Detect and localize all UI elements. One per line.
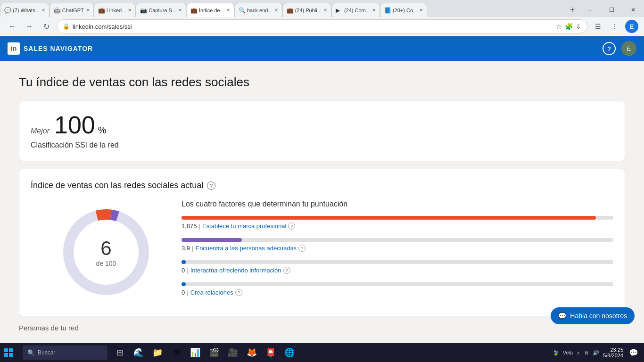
extension-icon[interactable]: 🧩 bbox=[565, 23, 573, 30]
factor-help-icon[interactable]: ? bbox=[235, 289, 242, 296]
tab-linkedin1[interactable]: 💼 Linked... ✕ bbox=[94, 3, 136, 17]
tab-label: Linked... bbox=[107, 8, 126, 13]
tab-backend[interactable]: 🔍 back end... ✕ bbox=[234, 3, 282, 17]
chat-btn-label: Habla con nosotros bbox=[570, 312, 627, 320]
main-content: Tu índice de ventas con las redes social… bbox=[0, 61, 644, 344]
factors-list: 1,875 | Establece tu marca profesional ?… bbox=[182, 216, 613, 296]
factor-score: 3,9 bbox=[182, 245, 190, 252]
svg-rect-5 bbox=[4, 353, 8, 357]
download-icon[interactable]: ⇓ bbox=[576, 23, 581, 30]
extensions-button[interactable]: ☰ bbox=[591, 20, 604, 33]
app5-icon[interactable]: 🎬 bbox=[206, 344, 223, 361]
tab-close-button[interactable]: ✕ bbox=[323, 8, 327, 13]
factor-bar-bg bbox=[182, 216, 613, 220]
tab-close-button[interactable]: ✕ bbox=[178, 8, 182, 13]
factor-info: 0 | Interactúa ofreciendo información ? bbox=[182, 267, 613, 274]
index-card: Índice de ventas con las redes sociales … bbox=[19, 169, 625, 316]
tray-arrow[interactable]: ∧ bbox=[577, 350, 580, 355]
app6-icon[interactable]: 🎥 bbox=[224, 344, 241, 361]
index-card-title: Índice de ventas con las redes sociales … bbox=[31, 181, 203, 190]
monitor-icon[interactable]: 🖥 bbox=[584, 350, 589, 355]
taskbar: 🔍 Buscar ⊞ 🌊 📁 ✉ 📊 🎬 🎥 🦊 📮 🌐 🍃 Vela ∧ 🖥 … bbox=[0, 343, 644, 362]
tab-close-button[interactable]: ✕ bbox=[274, 8, 278, 13]
factor-bar-bg bbox=[182, 282, 613, 286]
taskbar-search-text: Buscar bbox=[38, 349, 55, 356]
tab-close-button[interactable]: ✕ bbox=[372, 8, 376, 13]
mail-icon[interactable]: ✉ bbox=[168, 344, 185, 361]
linkedin-logo-icon: in bbox=[8, 42, 20, 55]
new-tab-button[interactable]: + bbox=[566, 3, 579, 17]
task-view-button[interactable]: ⊞ bbox=[111, 344, 128, 361]
window-controls: – ☐ ✕ bbox=[579, 3, 644, 17]
page-title: Tu índice de ventas con las redes social… bbox=[19, 75, 625, 90]
notification-button[interactable]: 💬 bbox=[627, 346, 640, 359]
tab-youtube[interactable]: ▶ (24) Com... ✕ bbox=[331, 3, 380, 17]
browser-user-avatar[interactable]: E bbox=[625, 20, 638, 33]
donut-section: 6 de 100 bbox=[31, 200, 182, 304]
tab-indice[interactable]: 💼 Índice de... ✕ bbox=[186, 3, 234, 17]
index-card-body: 6 de 100 Los cuatro factores que determi… bbox=[31, 200, 613, 304]
url-bar[interactable]: 🔒 linkedin.com/sales/ssi ☆ 🧩 ⇓ bbox=[57, 19, 587, 33]
factor-help-icon[interactable]: ? bbox=[283, 267, 290, 274]
tab-close-button[interactable]: ✕ bbox=[41, 8, 45, 13]
tab-label: (7) Whats... bbox=[13, 8, 40, 13]
app7-icon[interactable]: 📮 bbox=[262, 344, 279, 361]
tab-close-button[interactable]: ✕ bbox=[226, 8, 230, 13]
donut-chart: 6 de 100 bbox=[59, 205, 153, 299]
chat-button[interactable]: 💬 Habla con nosotros bbox=[551, 307, 635, 324]
system-tray-icon: 🍃 bbox=[553, 350, 559, 356]
tab-favicon: 🤖 bbox=[54, 7, 60, 14]
factor-link[interactable]: Interactúa ofreciendo información bbox=[190, 267, 281, 274]
office-icon[interactable]: 📊 bbox=[187, 344, 204, 361]
back-button[interactable]: ← bbox=[6, 20, 19, 33]
donut-de-label: de 100 bbox=[96, 260, 116, 267]
more-button[interactable]: ⋮ bbox=[608, 20, 621, 33]
factor-link[interactable]: Crea relaciones bbox=[190, 289, 233, 296]
tab-linkedin2[interactable]: 💼 (24) Publi... ✕ bbox=[282, 3, 331, 17]
tab-close-button[interactable]: ✕ bbox=[128, 8, 132, 13]
ln-header: in SALES NAVIGATOR ? E bbox=[0, 36, 644, 61]
forward-button[interactable]: → bbox=[23, 20, 36, 33]
user-avatar[interactable]: E bbox=[621, 41, 636, 56]
factor-link[interactable]: Encuentra a las personas adecuadas bbox=[195, 245, 297, 252]
minimize-button[interactable]: – bbox=[579, 3, 601, 17]
tab-whatsapp[interactable]: 💬 (7) Whats... ✕ bbox=[0, 3, 50, 17]
refresh-button[interactable]: ↻ bbox=[40, 20, 53, 33]
help-button[interactable]: ? bbox=[603, 42, 616, 55]
ssi-classification-card: Mejor 100 % Clasificación SSI de la red bbox=[19, 101, 625, 161]
factor-item: 0 | Interactúa ofreciendo información ? bbox=[182, 260, 613, 274]
donut-score: 6 bbox=[96, 237, 116, 260]
bookmark-icon[interactable]: ☆ bbox=[556, 23, 562, 30]
ssi-percent: % bbox=[98, 125, 107, 136]
tab-label: Captura S... bbox=[149, 8, 176, 13]
tab-close-button[interactable]: ✕ bbox=[419, 8, 423, 13]
browser-chrome: 💬 (7) Whats... ✕ 🤖 ChatGPT ✕ 💼 Linked...… bbox=[0, 0, 644, 36]
index-help-icon[interactable]: ? bbox=[207, 181, 215, 190]
ln-logo: in SALES NAVIGATOR bbox=[8, 42, 93, 55]
close-button[interactable]: ✕ bbox=[622, 3, 644, 17]
start-button[interactable] bbox=[4, 344, 21, 361]
firefox-icon[interactable]: 🦊 bbox=[243, 344, 260, 361]
ssi-score-value: 100 bbox=[54, 113, 95, 137]
factor-help-icon[interactable]: ? bbox=[298, 245, 305, 252]
date-display: 5/8/2024 bbox=[603, 353, 623, 358]
explorer-icon[interactable]: 📁 bbox=[149, 344, 166, 361]
tab-facebook[interactable]: 📘 (20+) Co... ✕ bbox=[380, 3, 427, 17]
tab-captura[interactable]: 📷 Captura S... ✕ bbox=[136, 3, 186, 17]
factor-bar-fill bbox=[182, 282, 186, 286]
tab-label: back end... bbox=[247, 8, 272, 13]
taskbar-search[interactable]: 🔍 Buscar bbox=[23, 346, 107, 360]
chrome-icon[interactable]: 🌐 bbox=[281, 344, 298, 361]
tab-close-button[interactable]: ✕ bbox=[86, 8, 90, 13]
factor-link[interactable]: Establece tu marca profesional bbox=[202, 222, 286, 230]
factor-bar-bg bbox=[182, 260, 613, 264]
index-card-header: Índice de ventas con las redes sociales … bbox=[31, 181, 613, 190]
svg-rect-4 bbox=[9, 348, 13, 352]
factor-help-icon[interactable]: ? bbox=[288, 222, 295, 230]
factors-title: Los cuatro factores que determinan tu pu… bbox=[182, 200, 613, 208]
volume-icon[interactable]: 🔊 bbox=[593, 350, 599, 356]
tab-chatgpt[interactable]: 🤖 ChatGPT ✕ bbox=[50, 3, 94, 17]
maximize-button[interactable]: ☐ bbox=[601, 3, 622, 17]
tab-favicon: 📷 bbox=[140, 7, 147, 14]
edge-icon[interactable]: 🌊 bbox=[130, 344, 147, 361]
